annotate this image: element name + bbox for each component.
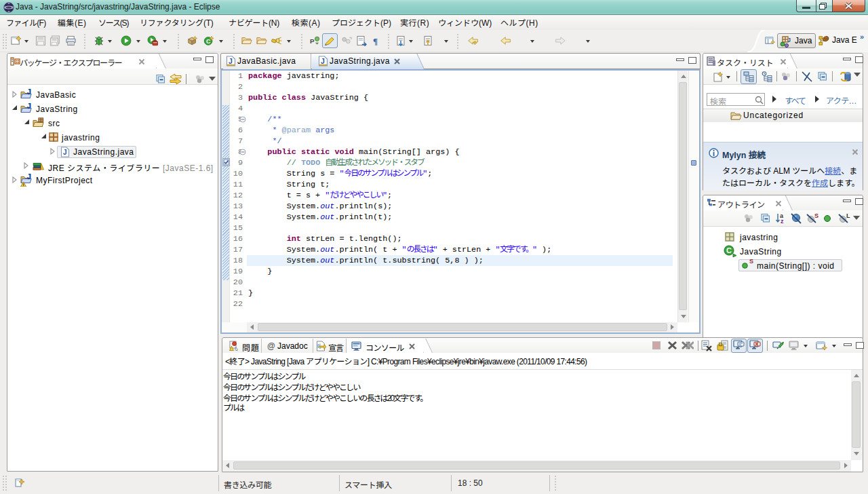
svg-text:J: J [229,57,233,65]
svg-text:J: J [27,103,31,110]
svg-text:C: C [206,38,211,45]
svg-text:J: J [787,37,791,43]
svg-text:C: C [726,246,732,254]
svg-text:z: z [781,218,784,225]
svg-text:J: J [63,149,67,156]
svg-text:S: S [814,212,818,219]
svg-text:¶: ¶ [373,36,378,46]
svg-text:J: J [27,89,31,96]
svg-text:J: J [27,174,31,180]
svg-text:L: L [846,212,850,219]
svg-text:P: P [310,37,315,45]
svg-text:J: J [321,57,325,65]
